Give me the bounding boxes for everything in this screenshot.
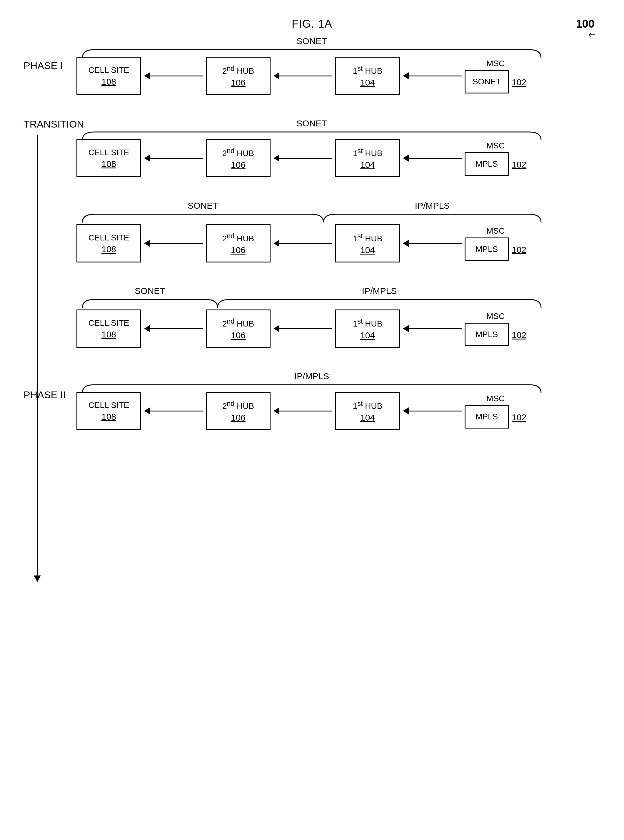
phase2-label: PHASE II — [23, 389, 66, 401]
t1-2nd-hub: 2nd HUB 106 — [206, 139, 270, 177]
t3-arrow-3 — [400, 325, 465, 332]
t1-nodes-row: CELL SITE 108 2nd HUB 106 1st HUB — [76, 139, 601, 177]
p2-arrow-1 — [141, 407, 206, 415]
t3-cell-site: CELL SITE 108 — [76, 310, 141, 348]
phase2-brace-svg — [76, 382, 547, 393]
phase2-brace-container: IP/MPLS — [76, 371, 547, 393]
p2-msc-inner-row: MPLS 102 — [465, 405, 527, 428]
t2-nodes-row: CELL SITE 108 2nd HUB 106 1st HUB — [76, 224, 601, 262]
t1-1st-hub: 1st HUB 104 — [335, 139, 400, 177]
t2-msc-inner-row: MPLS 102 — [465, 237, 527, 261]
transition-wrapper: TRANSITION SONET CELL SITE 108 — [23, 119, 601, 348]
t1-arrow-3 — [400, 154, 465, 162]
t2-arrow-2 — [270, 240, 335, 247]
t2-1st-hub: 1st HUB 104 — [335, 224, 400, 262]
p2-arrow-3 — [400, 407, 465, 415]
t3-msc-inner: MPLS — [465, 323, 509, 346]
phase1-msc-group: MSC SONET 102 — [465, 58, 527, 94]
phase1-brace-svg — [76, 47, 547, 59]
t2-sonet-brace: SONET — [76, 201, 329, 223]
arrow-1 — [141, 72, 206, 79]
transition2-section: SONET IP/MPLS CELL SITE 108 — [76, 201, 601, 262]
phase2-msc-group: MSC MPLS 102 — [465, 393, 527, 428]
phase1-nodes-row: CELL SITE 108 2nd HUB 106 — [76, 57, 601, 95]
phase1-msc-inner-row: SONET 102 — [465, 70, 527, 94]
arrow-line-1 — [150, 76, 203, 76]
phase1-brace-row: SONET — [76, 36, 601, 57]
t3-msc-group: MSC MPLS 102 — [465, 311, 527, 346]
t2-2nd-hub: 2nd HUB 106 — [206, 224, 270, 262]
t3-msc-inner-row: MPLS 102 — [465, 323, 527, 346]
t1-msc-group: MSC MPLS 102 — [465, 140, 527, 176]
phase2-section: PHASE II IP/MPLS CELL SITE 108 — [23, 371, 601, 430]
t3-ipmpls-brace: IP/MPLS — [212, 286, 547, 308]
phase2-brace-label: IP/MPLS — [294, 371, 329, 381]
phase2-nodes-row: CELL SITE 108 2nd HUB 106 1st HUB — [76, 392, 601, 430]
t1-msc-inner-row: MPLS 102 — [465, 152, 527, 176]
phase1-cell-site: CELL SITE 108 — [76, 57, 141, 95]
t3-arrow-1 — [141, 325, 206, 332]
t1-brace-label: SONET — [297, 119, 327, 128]
arrow-line-3 — [409, 76, 462, 76]
phase1-content: SONET CELL SITE 108 — [76, 36, 601, 95]
page: FIG. 1A 100 ↙ PHASE I SONET CELL SITE — [0, 0, 624, 840]
t1-msc-inner: MPLS — [465, 152, 509, 176]
p2-arrow-2 — [270, 407, 335, 415]
arrowhead-3 — [403, 72, 409, 79]
t1-cell-site: CELL SITE 108 — [76, 139, 141, 177]
t1-arrow-2 — [270, 154, 335, 162]
phase1-msc-inner: SONET — [465, 70, 509, 94]
phase1-brace-label: SONET — [297, 36, 327, 46]
phase1-section: PHASE I SONET CELL SITE 108 — [23, 36, 601, 95]
t2-arrow-1 — [141, 240, 206, 247]
phase2-2nd-hub: 2nd HUB 106 — [206, 392, 270, 430]
t2-cell-site: CELL SITE 108 — [76, 224, 141, 262]
transition-vertical-arrow — [34, 135, 41, 582]
transition-label: TRANSITION — [23, 119, 84, 130]
phase2-cell-site: CELL SITE 108 — [76, 392, 141, 430]
arrow-line-2 — [280, 76, 332, 76]
t3-2nd-hub: 2nd HUB 106 — [206, 310, 270, 348]
t1-brace-svg — [76, 129, 547, 141]
ref-number: 100 — [576, 18, 595, 30]
t1-brace-container: SONET — [76, 119, 547, 141]
t2-msc-group: MSC MPLS 102 — [465, 226, 527, 261]
transition-arrowhead — [34, 575, 41, 582]
t2-ipmpls-brace: IP/MPLS — [318, 201, 547, 223]
arrowhead-2 — [273, 72, 280, 79]
t3-nodes-row: CELL SITE 108 2nd HUB 106 1st HUB — [76, 310, 601, 348]
t3-brace-row: SONET IP/MPLS — [76, 286, 601, 310]
phase2-brace-row: IP/MPLS — [76, 371, 601, 392]
t2-msc-inner: MPLS — [465, 237, 509, 261]
phase2-1st-hub: 1st HUB 104 — [335, 392, 400, 430]
arrow-2 — [270, 72, 335, 79]
transition3-section: SONET IP/MPLS CELL SITE 108 — [76, 286, 601, 348]
t2-arrow-3 — [400, 240, 465, 247]
phase1-brace-container: SONET — [76, 36, 547, 59]
t3-sonet-brace: SONET — [76, 286, 224, 308]
phase1-label: PHASE I — [23, 60, 63, 71]
transition-line — [37, 135, 38, 575]
t3-arrow-2 — [270, 325, 335, 332]
p2-msc-inner: MPLS — [465, 405, 509, 428]
phase1-1st-hub: 1st HUB 104 — [335, 57, 400, 95]
t1-brace-row: SONET — [76, 119, 601, 139]
figure-title: FIG. 1A — [23, 18, 601, 30]
phase2-content: IP/MPLS CELL SITE 108 2nd HUB 106 — [76, 371, 601, 430]
t1-arrow-1 — [141, 154, 206, 162]
arrowhead-1 — [144, 72, 150, 79]
transition1-section: SONET CELL SITE 108 2nd HUB 106 — [76, 119, 601, 177]
t2-brace-row: SONET IP/MPLS — [76, 201, 601, 224]
arrow-3 — [400, 72, 465, 79]
phase1-2nd-hub: 2nd HUB 106 — [206, 57, 270, 95]
t3-1st-hub: 1st HUB 104 — [335, 310, 400, 348]
